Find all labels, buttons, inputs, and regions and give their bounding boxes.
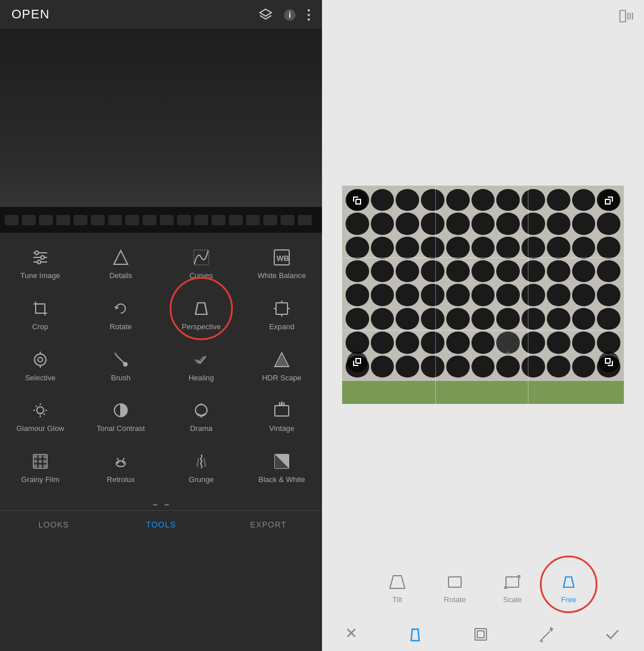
persp-tab-rotate[interactable]: Rotate xyxy=(425,565,484,610)
grid-line-v1 xyxy=(435,186,436,404)
confirm-button[interactable] xyxy=(604,625,621,643)
svg-rect-52 xyxy=(39,465,41,467)
tool-details-label: Details xyxy=(109,271,132,280)
tune-icon xyxy=(31,248,49,267)
crop-handle-tl[interactable] xyxy=(347,190,367,211)
drama-icon xyxy=(192,400,210,419)
dot1 xyxy=(153,504,158,506)
bw-icon xyxy=(273,452,291,471)
layers-icon[interactable] xyxy=(259,7,273,22)
persp-scale-label: Scale xyxy=(503,595,522,604)
persp-tab-free[interactable]: Free xyxy=(540,565,597,610)
tool-details[interactable]: Details xyxy=(80,238,161,290)
vintage-icon xyxy=(273,400,291,419)
svg-point-21 xyxy=(34,354,46,365)
tool-perspective[interactable]: Perspective xyxy=(161,290,241,341)
nav-export[interactable]: EXPORT xyxy=(214,520,322,529)
brush-icon xyxy=(112,350,130,369)
filmstrip-hole xyxy=(22,215,36,225)
svg-marker-12 xyxy=(114,251,128,264)
grid-line-h2 xyxy=(342,330,624,330)
tool-hdr[interactable]: HDR Scape xyxy=(241,341,322,392)
svg-line-56 xyxy=(123,458,124,460)
crop-handle-br[interactable] xyxy=(599,352,619,372)
tool-healing[interactable]: Healing xyxy=(161,341,241,392)
filmstrip-hole xyxy=(125,215,139,225)
svg-rect-47 xyxy=(44,456,46,458)
perspective-action-icon[interactable] xyxy=(407,625,424,643)
tool-vintage[interactable]: Vintage xyxy=(241,391,322,442)
filmstrip-hole xyxy=(108,215,122,225)
svg-rect-40 xyxy=(275,406,289,416)
auto-fix-button[interactable] xyxy=(538,625,555,643)
svg-rect-49 xyxy=(39,460,41,463)
crop-handle-bl[interactable] xyxy=(347,352,367,372)
nav-tools[interactable]: TOOLS xyxy=(108,520,215,529)
svg-rect-53 xyxy=(44,465,46,467)
svg-marker-28 xyxy=(277,356,286,365)
tool-grunge[interactable]: Grunge xyxy=(161,442,241,494)
tool-expand[interactable]: Expand xyxy=(241,290,322,341)
wb-icon: WB xyxy=(273,248,291,267)
info-icon[interactable]: i xyxy=(283,7,297,22)
persp-rotate-label: Rotate xyxy=(444,595,466,604)
svg-rect-50 xyxy=(44,460,46,463)
tool-drama-label: Drama xyxy=(190,424,212,433)
tool-selective-label: Selective xyxy=(25,373,56,383)
grid-line-h1 xyxy=(342,257,624,258)
tool-hdr-label: HDR Scape xyxy=(262,373,302,383)
svg-point-5 xyxy=(308,18,310,21)
filmstrip-hole xyxy=(160,215,174,225)
save-button[interactable] xyxy=(472,625,489,643)
svg-rect-46 xyxy=(39,456,41,458)
header-icons: i xyxy=(259,7,310,22)
cancel-button[interactable]: ✕ xyxy=(345,625,358,642)
tool-glamour-label: Glamour Glow xyxy=(16,424,64,433)
tool-tonal[interactable]: Tonal Contrast xyxy=(80,391,161,442)
svg-line-71 xyxy=(542,631,550,640)
persp-tab-tilt[interactable]: Tilt xyxy=(369,565,425,610)
tool-brush-label: Brush xyxy=(111,373,131,383)
compare-icon[interactable] xyxy=(619,8,635,24)
tool-brush[interactable]: Brush xyxy=(80,341,161,392)
svg-line-72 xyxy=(551,630,552,631)
tool-tune-image[interactable]: Tune Image xyxy=(0,238,80,290)
bottom-nav: LOOKS TOOLS EXPORT xyxy=(0,510,322,535)
nav-looks[interactable]: LOOKS xyxy=(0,520,108,529)
tool-retrolux[interactable]: Retrolux xyxy=(80,442,161,494)
tool-grainy[interactable]: Grainy Film xyxy=(0,442,80,494)
filmstrip-hole xyxy=(246,215,260,225)
curves-icon xyxy=(192,248,210,267)
tool-white-balance[interactable]: WB White Balance xyxy=(241,238,322,290)
tool-drama[interactable]: Drama xyxy=(161,391,241,442)
svg-line-67 xyxy=(572,577,574,587)
tool-rotate[interactable]: Rotate xyxy=(80,290,161,341)
tool-bw[interactable]: Black & White xyxy=(241,442,322,494)
filmstrip-hole xyxy=(263,215,277,225)
filmstrip-hole xyxy=(56,215,70,225)
tool-selective[interactable]: Selective xyxy=(0,341,80,392)
tool-curves[interactable]: Curves xyxy=(161,238,241,290)
tool-tune-label: Tune Image xyxy=(21,271,60,280)
scroll-dots xyxy=(0,499,322,510)
filmstrip-hole xyxy=(194,215,208,225)
filmstrip-hole xyxy=(212,215,225,225)
persp-free-label: Free xyxy=(561,595,577,604)
svg-marker-0 xyxy=(260,9,271,16)
crop-handle-tr[interactable] xyxy=(599,190,619,211)
perspective-icon xyxy=(192,299,210,318)
filmstrip-hole xyxy=(281,215,294,225)
healing-icon xyxy=(192,350,210,369)
persp-tab-scale[interactable]: Scale xyxy=(484,565,540,610)
svg-point-37 xyxy=(195,405,207,416)
filmstrip-hole xyxy=(298,215,312,225)
more-vert-icon[interactable] xyxy=(307,7,310,22)
svg-point-22 xyxy=(38,357,43,362)
perspective-tabs: Tilt Rotate xyxy=(322,565,644,610)
tool-crop[interactable]: Crop xyxy=(0,290,80,341)
svg-point-3 xyxy=(308,9,310,11)
tool-grainy-label: Grainy Film xyxy=(21,475,59,484)
svg-rect-58 xyxy=(620,10,626,22)
tool-glamour[interactable]: Glamour Glow xyxy=(0,391,80,442)
tonal-icon xyxy=(112,400,130,419)
